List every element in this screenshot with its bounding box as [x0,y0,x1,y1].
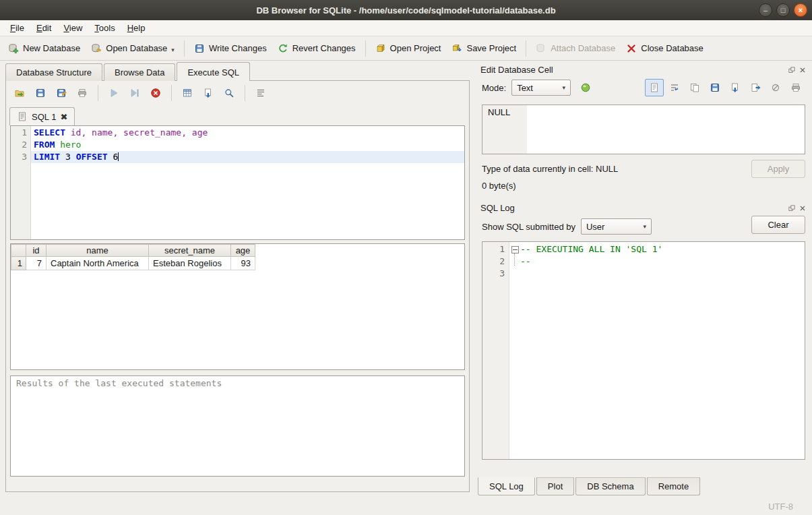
bottom-tab-remote[interactable]: Remote [647,477,701,495]
text-view-button[interactable] [645,79,664,96]
minimize-button[interactable]: – [759,3,772,17]
export-cell-button[interactable] [746,79,765,96]
menu-view[interactable]: View [57,22,88,34]
format-sql-button[interactable] [251,84,270,102]
new-database-button[interactable]: New Database [3,40,86,57]
print-cell-button[interactable] [786,79,805,96]
execute-all-button[interactable] [104,84,123,102]
open-database-icon [91,43,102,54]
maximize-button[interactable]: □ [776,3,790,17]
panel-close-button[interactable] [799,204,807,212]
tab-execute-sql[interactable]: Execute SQL [177,62,250,81]
log-fold-margin [509,242,520,459]
grid-row-number[interactable]: 1 [11,257,26,270]
results-grid[interactable]: idnamesecret_nameage17Captain North Amer… [10,243,465,370]
write-changes-button[interactable]: Write Changes [189,40,272,57]
find-replace-button[interactable] [220,84,239,102]
toolbar-button-label: Open Database [106,43,167,53]
save-results-icon [203,88,214,98]
clear-button[interactable]: Clear [751,216,805,234]
sql-editor[interactable]: 123 SELECT id, name, secret_name, ageFRO… [10,125,465,240]
editor-line-numbers: 123 [11,126,31,239]
bottom-tab-sql-log[interactable]: SQL Log [478,477,535,495]
panel-float-button[interactable] [788,204,796,212]
open-sql-file-button[interactable] [10,84,29,102]
encoding-label: UTF-8 [768,502,793,512]
editor-code[interactable]: SELECT id, name, secret_name, ageFROM he… [31,126,464,239]
grid-column-header[interactable]: name [46,245,149,257]
grid-cell[interactable]: 93 [231,257,255,270]
menu-tools[interactable]: Tools [88,22,121,34]
auto-switch-mode-button[interactable] [576,79,595,96]
print-button[interactable] [73,84,92,102]
word-wrap-button[interactable] [665,79,684,96]
titlebar: DB Browser for SQLite - /home/user/code/… [0,0,812,20]
sql-tab[interactable]: SQL 1 ✖ [9,107,75,125]
grid-corner [11,245,26,257]
toolbar-button-label: Save Project [466,43,516,53]
panel-close-icon [799,66,807,74]
results-message: Results of the last executed statements [10,375,465,477]
attach-database-button[interactable]: Attach Database [530,40,621,57]
sql-file-icon [17,111,28,122]
open-database-button[interactable]: Open Database▾ [86,40,180,57]
save-sql-file-button[interactable] [31,84,50,102]
save-project-button[interactable]: Save Project [446,40,522,57]
save-sql-as-button[interactable] [52,84,71,102]
new-database-icon [8,43,19,54]
grid-column-header[interactable]: id [26,245,46,257]
apply-button[interactable]: Apply [751,160,805,178]
main-tabs: Database StructureBrowse DataExecute SQL [0,61,475,81]
fold-marker-icon[interactable] [511,246,519,253]
tab-browse-data[interactable]: Browse Data [104,63,175,81]
log-filter-label: Show SQL submitted by [482,222,575,232]
grid-cell[interactable]: Captain North America [46,257,149,270]
toolbar-separator [245,85,245,101]
panel-close-button[interactable] [799,66,807,74]
close-tab-icon[interactable]: ✖ [60,112,67,122]
results-table: idnamesecret_nameage17Captain North Amer… [11,244,255,270]
copy-cell-button[interactable] [685,79,704,96]
execute-sql-panel: SQL 1 ✖ 123 SELECT id, name, secret_name… [5,80,470,492]
cell-editor[interactable]: NULL [482,104,805,154]
cell-value: NULL [488,107,510,117]
editor-line: LIMIT 3 OFFSET 6 [31,151,464,163]
sql-tab-label: SQL 1 [32,112,56,122]
print-icon [77,88,88,98]
log-filter-select[interactable]: User ▾ [581,218,652,235]
open-project-button[interactable]: Open Project [370,40,447,57]
tab-database-structure[interactable]: Database Structure [5,63,102,81]
set-null-button[interactable] [766,79,785,96]
bottom-tab-db-schema[interactable]: DB Schema [575,477,645,495]
menu-help[interactable]: Help [121,22,152,34]
grid-column-header[interactable]: age [231,245,255,257]
menu-file[interactable]: File [4,22,30,34]
close-button[interactable]: × [794,3,807,17]
import-cell-button[interactable] [726,79,745,96]
sql-log-view[interactable]: 123 -- EXECUTING ALL IN 'SQL 1'-- [482,241,805,460]
log-line: -- [520,255,805,268]
mode-select[interactable]: Text ▾ [511,80,571,96]
chevron-down-icon[interactable]: ▾ [171,47,175,54]
panel-float-button[interactable] [788,66,796,74]
execute-line-button[interactable] [125,84,144,102]
save-results-button[interactable] [199,84,218,102]
menu-edit[interactable]: Edit [30,22,57,34]
mode-label: Mode: [482,83,506,93]
grid-column-header[interactable]: secret_name [149,245,231,257]
bottom-tab-plot[interactable]: Plot [536,477,574,495]
stop-button[interactable] [146,84,165,102]
export-results-button[interactable] [178,84,197,102]
statusbar: UTF-8 [0,497,812,515]
sql-log-panel-buttons [788,204,807,212]
close-database-button[interactable]: Close Database [621,40,709,57]
editor-line: FROM hero [31,139,464,151]
grid-cell[interactable]: 7 [26,257,46,270]
execute-line-icon [129,88,140,98]
toolbar-button-label: Open Project [390,43,441,53]
mode-row: Mode: Text ▾ [475,76,812,96]
grid-cell[interactable]: Esteban Rogelios [149,257,231,270]
fold-line [514,253,515,266]
revert-changes-button[interactable]: Revert Changes [272,40,361,57]
save-cell-button[interactable] [706,79,724,96]
